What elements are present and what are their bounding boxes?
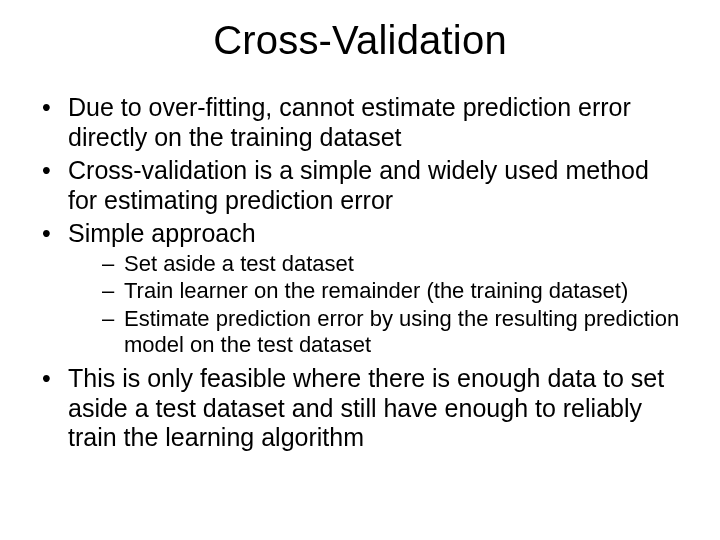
bullet-item: This is only feasible where there is eno…	[40, 364, 680, 453]
bullet-list: Due to over-fitting, cannot estimate pre…	[40, 93, 680, 453]
bullet-item: Due to over-fitting, cannot estimate pre…	[40, 93, 680, 152]
bullet-text: Cross-validation is a simple and widely …	[68, 156, 649, 214]
sub-bullet-text: Estimate prediction error by using the r…	[124, 306, 679, 357]
bullet-text: Due to over-fitting, cannot estimate pre…	[68, 93, 631, 151]
sub-bullet-item: Train learner on the remainder (the trai…	[68, 278, 680, 304]
bullet-item: Simple approach Set aside a test dataset…	[40, 219, 680, 358]
sub-bullet-item: Estimate prediction error by using the r…	[68, 306, 680, 358]
slide: Cross-Validation Due to over-fitting, ca…	[0, 0, 720, 540]
bullet-item: Cross-validation is a simple and widely …	[40, 156, 680, 215]
sub-bullet-list: Set aside a test dataset Train learner o…	[68, 251, 680, 359]
sub-bullet-text: Train learner on the remainder (the trai…	[124, 278, 628, 303]
sub-bullet-item: Set aside a test dataset	[68, 251, 680, 277]
sub-bullet-text: Set aside a test dataset	[124, 251, 354, 276]
bullet-text: Simple approach	[68, 219, 256, 247]
bullet-text: This is only feasible where there is eno…	[68, 364, 664, 451]
slide-title: Cross-Validation	[40, 18, 680, 63]
